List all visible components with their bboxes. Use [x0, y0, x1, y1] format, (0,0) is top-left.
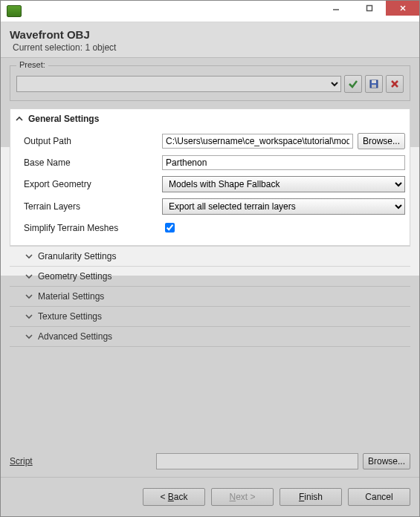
dialog-footer: < Back Next > Finish Cancel — [1, 477, 419, 516]
app-icon — [7, 5, 22, 17]
close-button[interactable] — [386, 1, 419, 16]
chevron-down-icon — [25, 272, 33, 281]
chevron-down-icon — [25, 332, 33, 341]
settings-area: General Settings Output Path Browse... B… — [10, 108, 410, 440]
preset-select[interactable] — [16, 76, 341, 92]
script-input[interactable] — [156, 453, 358, 469]
base-name-input[interactable] — [162, 155, 405, 170]
section-title: Material Settings — [38, 291, 104, 302]
next-button: Next > — [211, 488, 274, 506]
delete-x-icon — [390, 79, 400, 89]
preset-apply-button[interactable] — [344, 75, 362, 93]
chevron-down-icon — [25, 312, 33, 321]
preset-label: Preset: — [16, 60, 48, 69]
titlebar — [1, 1, 419, 22]
check-icon — [348, 79, 358, 89]
terrain-layers-label: Terrain Layers — [24, 201, 158, 212]
preset-save-button[interactable] — [365, 75, 383, 93]
svg-rect-5 — [372, 80, 376, 83]
script-link[interactable]: Script — [10, 456, 33, 466]
simplify-terrain-label: Simplify Terrain Meshes — [24, 223, 158, 233]
cancel-button[interactable]: Cancel — [348, 488, 410, 506]
section-title: Granularity Settings — [38, 251, 116, 261]
minimize-button[interactable] — [319, 1, 352, 16]
collapsed-sections: Granularity SettingsGeometry SettingsMat… — [10, 246, 410, 347]
dialog-header: Wavefront OBJ Current selection: 1 objec… — [1, 22, 419, 58]
export-geometry-select[interactable]: Models with Shape Fallback — [162, 176, 405, 192]
simplify-terrain-checkbox[interactable] — [165, 223, 175, 233]
back-button[interactable]: < Back — [143, 488, 205, 506]
collapsed-section[interactable]: Advanced Settings — [10, 327, 410, 347]
output-path-browse-button[interactable]: Browse... — [358, 133, 405, 149]
collapsed-section[interactable]: Material Settings — [10, 287, 410, 307]
preset-delete-button[interactable] — [386, 75, 404, 93]
maximize-button[interactable] — [352, 1, 386, 16]
collapsed-section[interactable]: Granularity Settings — [10, 246, 410, 267]
finish-button[interactable]: Finish — [280, 488, 342, 506]
script-row: Script Browse... — [10, 453, 410, 469]
dialog-window: Wavefront OBJ Current selection: 1 objec… — [0, 0, 420, 517]
dialog-title: Wavefront OBJ — [10, 28, 410, 41]
svg-rect-6 — [372, 85, 376, 88]
svg-rect-1 — [366, 6, 372, 11]
chevron-down-icon — [25, 252, 33, 261]
floppy-disk-icon — [369, 79, 379, 89]
output-path-label: Output Path — [24, 136, 158, 146]
section-title: Advanced Settings — [38, 331, 112, 342]
base-name-label: Base Name — [24, 157, 158, 168]
script-browse-button[interactable]: Browse... — [363, 453, 410, 469]
general-settings-section: General Settings Output Path Browse... B… — [10, 108, 410, 246]
dialog-subtitle: Current selection: 1 object — [13, 42, 410, 53]
general-settings-title: General Settings — [28, 114, 99, 124]
general-settings-header[interactable]: General Settings — [10, 109, 410, 129]
output-path-input[interactable] — [162, 134, 353, 149]
export-geometry-label: Export Geometry — [24, 179, 158, 189]
collapsed-section[interactable]: Geometry Settings — [10, 267, 410, 287]
section-title: Geometry Settings — [38, 271, 112, 282]
window-controls — [319, 1, 419, 22]
terrain-layers-select[interactable]: Export all selected terrain layers — [162, 198, 405, 215]
collapsed-section[interactable]: Texture Settings — [10, 307, 410, 327]
preset-group: Preset: — [10, 65, 410, 101]
section-title: Texture Settings — [38, 311, 102, 322]
chevron-up-icon — [15, 114, 24, 123]
chevron-down-icon — [25, 292, 33, 301]
